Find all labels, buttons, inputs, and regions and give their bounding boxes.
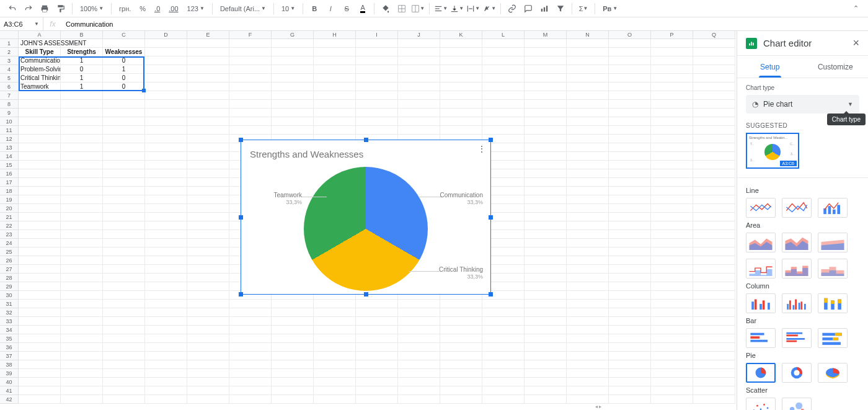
cell[interactable] (61, 378, 103, 386)
cell[interactable] (440, 395, 482, 404)
cell[interactable] (525, 308, 567, 317)
cell[interactable] (525, 230, 567, 239)
cell[interactable] (398, 352, 440, 360)
row-header[interactable]: 6 (0, 82, 19, 91)
cell[interactable] (567, 161, 609, 169)
cell[interactable] (693, 195, 735, 204)
cell[interactable] (482, 386, 525, 395)
cell[interactable] (525, 152, 567, 161)
cell[interactable] (187, 326, 229, 334)
cell[interactable] (567, 247, 609, 256)
cell[interactable] (482, 352, 525, 360)
cell[interactable] (398, 39, 440, 48)
cell[interactable] (61, 352, 103, 360)
cell[interactable] (651, 100, 693, 109)
cell[interactable] (525, 126, 567, 135)
cell[interactable] (187, 308, 229, 317)
cell[interactable] (693, 178, 735, 187)
thumb-line-2[interactable] (782, 198, 812, 218)
cell[interactable] (356, 74, 398, 82)
cell[interactable] (19, 326, 61, 334)
cell[interactable] (567, 204, 609, 213)
cell[interactable] (567, 100, 609, 109)
cell[interactable] (187, 317, 229, 326)
row-header[interactable]: 38 (0, 360, 19, 369)
cell[interactable] (187, 274, 229, 282)
cell[interactable] (187, 378, 229, 386)
cell[interactable] (19, 135, 61, 143)
cell[interactable] (693, 169, 735, 178)
cell[interactable] (356, 91, 398, 100)
cell[interactable] (693, 82, 735, 91)
cell[interactable] (187, 369, 229, 378)
cell[interactable] (61, 343, 103, 352)
cell[interactable] (187, 247, 229, 256)
cell[interactable] (609, 239, 651, 247)
cell[interactable] (272, 308, 314, 317)
row-header[interactable]: 25 (0, 247, 19, 256)
cell[interactable] (103, 308, 145, 317)
column-header[interactable]: C (103, 31, 145, 39)
cell[interactable] (651, 274, 693, 282)
cell[interactable] (482, 100, 525, 109)
cell[interactable] (61, 100, 103, 109)
cell[interactable] (609, 221, 651, 230)
thumb-pie-3d[interactable] (818, 363, 848, 383)
cell[interactable] (609, 386, 651, 395)
cell[interactable] (356, 39, 398, 48)
cell[interactable] (609, 100, 651, 109)
cell[interactable] (609, 187, 651, 195)
row-header[interactable]: 19 (0, 195, 19, 204)
cell[interactable] (19, 161, 61, 169)
cell[interactable] (693, 326, 735, 334)
cell[interactable] (525, 109, 567, 117)
cell[interactable] (482, 334, 525, 343)
cell[interactable] (187, 221, 229, 230)
cell[interactable] (651, 360, 693, 369)
row-header[interactable]: 29 (0, 282, 19, 291)
cell[interactable] (693, 152, 735, 161)
cell[interactable] (609, 247, 651, 256)
cell[interactable] (229, 317, 272, 326)
cell[interactable] (314, 317, 356, 326)
cell[interactable] (61, 117, 103, 126)
collapse-toolbar-button[interactable]: ⌃ (848, 1, 863, 16)
cell[interactable] (229, 48, 272, 56)
cell[interactable] (651, 82, 693, 91)
cell[interactable] (398, 326, 440, 334)
cell[interactable] (103, 126, 145, 135)
cell[interactable] (651, 282, 693, 291)
cell[interactable] (145, 117, 187, 126)
cell[interactable] (145, 378, 187, 386)
cell[interactable] (567, 378, 609, 386)
cell[interactable] (567, 386, 609, 395)
cell[interactable] (272, 386, 314, 395)
cell[interactable] (651, 109, 693, 117)
insert-comment-button[interactable] (521, 1, 536, 16)
cell[interactable] (61, 317, 103, 326)
column-header[interactable]: B (61, 31, 103, 39)
cell[interactable] (19, 126, 61, 135)
cell[interactable] (19, 117, 61, 126)
cell[interactable] (567, 343, 609, 352)
cell[interactable] (103, 300, 145, 308)
cell[interactable] (609, 126, 651, 135)
cell[interactable] (314, 65, 356, 74)
cell[interactable] (398, 117, 440, 126)
cell[interactable] (272, 100, 314, 109)
cell[interactable] (229, 308, 272, 317)
cell[interactable] (693, 239, 735, 247)
cell[interactable] (525, 91, 567, 100)
cell[interactable] (651, 343, 693, 352)
cell[interactable] (567, 395, 609, 404)
cell[interactable] (693, 91, 735, 100)
cell[interactable] (525, 56, 567, 65)
cell[interactable] (525, 221, 567, 230)
cell[interactable] (651, 300, 693, 308)
cell[interactable]: 0 (103, 82, 145, 91)
cell[interactable] (314, 100, 356, 109)
cell[interactable] (440, 109, 482, 117)
row-header[interactable]: 17 (0, 178, 19, 187)
cell[interactable] (356, 56, 398, 65)
cell[interactable] (103, 187, 145, 195)
